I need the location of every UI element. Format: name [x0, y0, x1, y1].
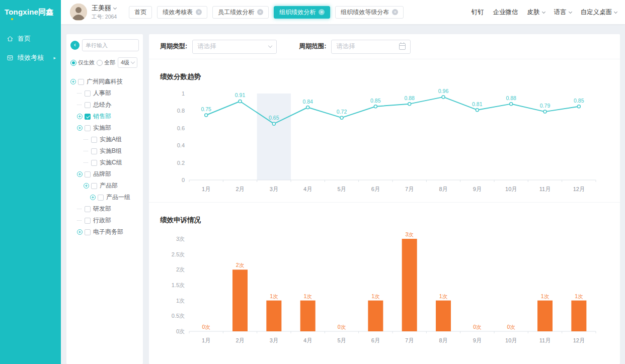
checkbox[interactable]: [85, 206, 91, 212]
tree-node-11[interactable]: 研发部: [70, 203, 139, 215]
svg-text:0.88: 0.88: [404, 95, 415, 101]
tree-node-13[interactable]: 电子商务部: [70, 226, 139, 238]
tree-node-1[interactable]: 人事部: [70, 87, 139, 99]
radio-all[interactable]: [97, 60, 103, 66]
svg-text:1次: 1次: [176, 298, 185, 304]
expand-icon[interactable]: [77, 125, 83, 131]
tab-close-icon[interactable]: ×: [196, 9, 202, 15]
checkbox[interactable]: [78, 79, 84, 85]
period-range-value: 请选择: [336, 42, 355, 51]
tab-bar: 首页绩效考核表×员工绩效分析×组织绩效分析×组织绩效等级分布×: [129, 6, 404, 19]
svg-text:2月: 2月: [236, 186, 244, 192]
tab-close-icon[interactable]: ×: [319, 9, 325, 15]
employee-id: 工号: 2064: [92, 14, 117, 21]
tree-node-9[interactable]: 产品部: [70, 180, 139, 192]
tab-org-performance-analysis[interactable]: 组织绩效分析×: [274, 6, 330, 19]
tab-employee-performance-analysis[interactable]: 员工绩效分析×: [212, 6, 269, 19]
tree-node-6[interactable]: 实施B组: [70, 145, 139, 157]
radio-active-only[interactable]: [70, 60, 76, 66]
tab-close-icon[interactable]: ×: [257, 9, 263, 15]
analysis-panel: 周期类型: 请选择 周期范围: 请选择 绩效分数趋势 00.20.40.60.8…: [149, 34, 620, 364]
period-type-select[interactable]: 请选择: [192, 40, 277, 54]
app-root: Tongxine同鑫 首页 绩效考核 ▸: [0, 0, 625, 364]
tree-node-0[interactable]: 广州同鑫科技: [70, 76, 139, 87]
svg-text:1次: 1次: [575, 293, 583, 299]
checkbox[interactable]: [85, 114, 91, 120]
user-menu[interactable]: 王美丽: [92, 4, 117, 13]
tab-close-icon[interactable]: ×: [392, 9, 398, 15]
svg-text:0次: 0次: [507, 324, 515, 330]
tree-connector: [77, 93, 82, 94]
svg-text:9月: 9月: [473, 186, 482, 192]
header-action-label: 语言: [554, 8, 567, 17]
expand-icon[interactable]: [84, 183, 89, 189]
checkbox[interactable]: [91, 148, 97, 154]
tree-node-12[interactable]: 行政部: [70, 215, 139, 226]
expand-icon[interactable]: [77, 229, 83, 235]
checkbox[interactable]: [85, 102, 91, 108]
tab-org-grade-distribution[interactable]: 组织绩效等级分布×: [335, 6, 404, 19]
sidebar-item-performance[interactable]: 绩效考核 ▸: [0, 48, 61, 67]
expand-icon[interactable]: [90, 195, 96, 200]
chevron-down-icon: [268, 43, 272, 47]
tree-node-label: 实施C组: [100, 158, 122, 167]
period-range-picker[interactable]: 请选择: [331, 40, 411, 54]
checkbox[interactable]: [91, 160, 97, 166]
svg-text:10月: 10月: [505, 186, 517, 192]
svg-text:0次: 0次: [176, 328, 185, 334]
tree-node-label: 品牌部: [93, 170, 111, 178]
svg-text:2月: 2月: [236, 337, 244, 343]
checkbox[interactable]: [98, 195, 104, 201]
section-divider: [149, 202, 620, 203]
brand-logo-dot: [11, 18, 13, 20]
header-action-custom-desktop[interactable]: 自定义桌面: [581, 8, 617, 17]
period-type-value: 请选择: [197, 42, 216, 51]
tree-connector: [77, 105, 82, 105]
tab-home[interactable]: 首页: [129, 6, 152, 19]
tree-node-label: 广州同鑫科技: [87, 77, 123, 86]
checkbox[interactable]: [91, 137, 97, 143]
tab-performance-form[interactable]: 绩效考核表×: [157, 6, 207, 19]
chevron-down-icon: [541, 10, 545, 13]
tree-node-4[interactable]: 实施部: [70, 122, 139, 134]
expand-icon[interactable]: [70, 79, 76, 84]
checkbox[interactable]: [91, 183, 97, 189]
svg-text:3次: 3次: [176, 236, 185, 242]
sidebar-item-label: 首页: [18, 34, 31, 43]
sidebar-item-home[interactable]: 首页: [0, 29, 61, 48]
tree-node-2[interactable]: 总经办: [70, 99, 139, 111]
tab-label: 绩效考核表: [163, 8, 193, 17]
appeal-block: 绩效申诉情况 0次0.5次1次1.5次2次2.5次3次1月2月3月4月5月6月7…: [149, 216, 620, 346]
svg-text:1月: 1月: [202, 337, 210, 343]
header-action-wecom[interactable]: 企业微信: [493, 8, 518, 17]
header-action-language[interactable]: 语言: [554, 8, 572, 17]
tree-search-row: ‹: [70, 39, 139, 51]
header-action-skin[interactable]: 皮肤: [527, 8, 545, 17]
tree-node-7[interactable]: 实施C组: [70, 157, 139, 168]
tab-label: 组织绩效分析: [279, 8, 316, 17]
level-select[interactable]: 4级: [118, 57, 137, 68]
checkbox[interactable]: [85, 229, 91, 235]
svg-text:0.91: 0.91: [235, 92, 246, 98]
checkbox[interactable]: [85, 125, 91, 131]
checkbox[interactable]: [85, 171, 91, 177]
search-input[interactable]: [82, 39, 139, 51]
score-trend-block: 绩效分数趋势 00.20.40.60.811月2月3月4月5月6月7月8月9月1…: [149, 72, 620, 195]
checkbox[interactable]: [85, 218, 91, 224]
tree-node-5[interactable]: 实施A组: [70, 134, 139, 145]
expand-icon[interactable]: [77, 171, 83, 177]
svg-text:8月: 8月: [439, 186, 447, 192]
bar-chart: 0次0.5次1次1.5次2次2.5次3次1月2月3月4月5月6月7月8月9月10…: [160, 227, 609, 346]
tree-node-8[interactable]: 品牌部: [70, 168, 139, 180]
avatar[interactable]: [70, 4, 87, 21]
header-actions: 钉钉企业微信皮肤语言自定义桌面: [472, 8, 617, 17]
tree-node-3[interactable]: 销售部: [70, 111, 139, 122]
expand-icon[interactable]: [77, 114, 83, 119]
collapse-panel-button[interactable]: ‹: [70, 41, 80, 50]
svg-text:0.85: 0.85: [574, 98, 584, 104]
header-action-dingtalk[interactable]: 钉钉: [472, 8, 484, 17]
tree-node-10[interactable]: 产品一组: [70, 192, 139, 203]
checkbox[interactable]: [85, 90, 91, 97]
svg-text:10月: 10月: [505, 337, 517, 343]
svg-text:0.75: 0.75: [201, 106, 211, 112]
